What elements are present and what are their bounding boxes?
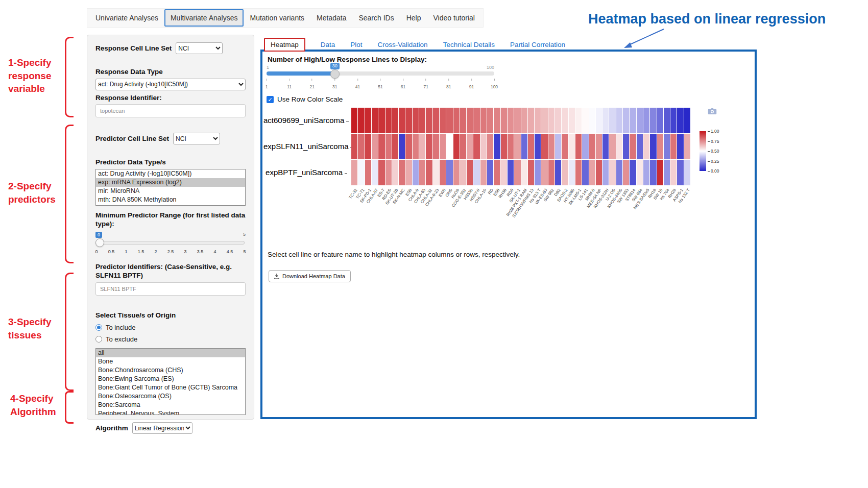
heatmap-cell[interactable] bbox=[460, 134, 466, 159]
heatmap-cell[interactable] bbox=[392, 108, 398, 133]
heatmap-cell[interactable] bbox=[630, 134, 636, 159]
heatmap-cell[interactable] bbox=[677, 160, 683, 185]
heatmap-cell[interactable] bbox=[365, 160, 371, 185]
heatmap-cell[interactable] bbox=[419, 160, 425, 185]
heatmap-row-label[interactable]: expSLFN11_uniSarcoma bbox=[263, 134, 349, 160]
heatmap-cell[interactable] bbox=[473, 134, 479, 159]
heatmap-cell[interactable] bbox=[521, 108, 527, 133]
heatmap-cell[interactable] bbox=[562, 160, 568, 185]
heatmap-cell[interactable] bbox=[609, 134, 615, 159]
heatmap-cell[interactable] bbox=[392, 134, 398, 159]
tissue-option-bone-sarcoma[interactable]: Bone:Sarcoma bbox=[96, 401, 245, 409]
heatmap-cell[interactable] bbox=[657, 134, 663, 159]
heatmap-cell[interactable] bbox=[494, 134, 500, 159]
tissue-option-bone-osteosarcoma-os[interactable]: Bone:Osteosarcoma (OS) bbox=[96, 392, 245, 401]
heatmap-cell[interactable] bbox=[514, 134, 520, 159]
heatmap-cell[interactable] bbox=[372, 160, 378, 185]
heatmap-cell[interactable] bbox=[650, 134, 656, 159]
heatmap-cell[interactable] bbox=[372, 134, 378, 159]
heatmap-cell[interactable] bbox=[623, 108, 629, 133]
heatmap-cell[interactable] bbox=[508, 108, 514, 133]
heatmap-cell[interactable] bbox=[555, 134, 561, 159]
heatmap-cell[interactable] bbox=[569, 108, 575, 133]
heatmap-cell[interactable] bbox=[413, 160, 419, 185]
predictor-identifiers-input[interactable] bbox=[95, 282, 246, 296]
heatmap-cell[interactable] bbox=[684, 134, 690, 159]
heatmap-cell[interactable] bbox=[480, 134, 487, 159]
tab-plot[interactable]: Plot bbox=[350, 41, 362, 48]
heatmap-cell[interactable] bbox=[392, 160, 398, 185]
nav-item-search-ids[interactable]: Search IDs bbox=[352, 9, 400, 27]
heatmap-cell[interactable] bbox=[378, 134, 384, 159]
heatmap-cell[interactable] bbox=[548, 160, 554, 185]
heatmap-cell[interactable] bbox=[501, 160, 507, 185]
heatmap-cell[interactable] bbox=[501, 108, 507, 133]
heatmap-cell[interactable] bbox=[440, 108, 446, 133]
heatmap-cell[interactable] bbox=[657, 108, 663, 133]
heatmap-cell[interactable] bbox=[351, 134, 357, 159]
heatmap-cell[interactable] bbox=[664, 160, 670, 185]
heatmap-cell[interactable] bbox=[602, 108, 609, 133]
heatmap-cell[interactable] bbox=[453, 108, 460, 133]
heatmap-cell[interactable] bbox=[405, 108, 412, 133]
radio-selected-icon[interactable] bbox=[95, 324, 102, 331]
camera-icon[interactable] bbox=[708, 108, 717, 117]
heatmap-cell[interactable] bbox=[602, 160, 609, 185]
heatmap-cell[interactable] bbox=[528, 160, 534, 185]
nav-item-mutation-variants[interactable]: Mutation variants bbox=[244, 9, 310, 27]
heatmap-cell[interactable] bbox=[440, 134, 446, 159]
heatmap-cell[interactable] bbox=[413, 134, 419, 159]
heatmap-cell[interactable] bbox=[351, 108, 357, 133]
heatmap-cell[interactable] bbox=[541, 108, 547, 133]
heatmap-cell[interactable] bbox=[446, 108, 452, 133]
heatmap-cell[interactable] bbox=[473, 108, 479, 133]
tab-partial-correlation[interactable]: Partial Correlation bbox=[510, 41, 565, 48]
heatmap-cell[interactable] bbox=[514, 108, 520, 133]
heatmap-cell[interactable] bbox=[535, 160, 541, 185]
heatmap-cell[interactable] bbox=[569, 160, 575, 185]
heatmap-cell[interactable] bbox=[467, 108, 473, 133]
algorithm-select[interactable]: Linear Regression bbox=[132, 422, 192, 434]
heatmap-cell[interactable] bbox=[637, 134, 643, 159]
response-data-type-select[interactable]: act: Drug Activity (-log10[IC50M]) bbox=[95, 79, 246, 90]
heatmap-cell[interactable] bbox=[582, 160, 588, 185]
heatmap-cell[interactable] bbox=[609, 108, 615, 133]
heatmap-cell[interactable] bbox=[596, 134, 602, 159]
tissue-option-all[interactable]: all bbox=[96, 349, 245, 357]
heatmap-cell[interactable] bbox=[378, 160, 384, 185]
heatmap-cell[interactable] bbox=[419, 134, 425, 159]
heatmap-cell[interactable] bbox=[480, 160, 487, 185]
heatmap-cell[interactable] bbox=[637, 160, 643, 185]
nav-item-metadata[interactable]: Metadata bbox=[310, 9, 352, 27]
heatmap-cell[interactable] bbox=[677, 134, 683, 159]
heatmap-cell[interactable] bbox=[575, 160, 582, 185]
heatmap-cell[interactable] bbox=[562, 108, 568, 133]
nav-item-help[interactable]: Help bbox=[400, 9, 427, 27]
tissue-option-peripheral-nervous-system[interactable]: Peripheral_Nervous_System bbox=[96, 409, 245, 415]
heatmap-cell[interactable] bbox=[643, 108, 649, 133]
heatmap-cell[interactable] bbox=[433, 134, 439, 159]
heatmap-cell[interactable] bbox=[582, 108, 588, 133]
heatmap-cell[interactable] bbox=[616, 134, 622, 159]
heatmap-cell[interactable] bbox=[569, 134, 575, 159]
heatmap-cell[interactable] bbox=[528, 134, 534, 159]
heatmap-cell[interactable] bbox=[460, 160, 466, 185]
heatmap-cell[interactable] bbox=[575, 134, 582, 159]
min-range-handle[interactable] bbox=[95, 238, 104, 247]
heatmap-cell[interactable] bbox=[684, 160, 690, 185]
heatmap-row-label[interactable]: expBPTF_uniSarcoma bbox=[263, 160, 349, 186]
tab-technical-details[interactable]: Technical Details bbox=[443, 41, 495, 48]
heatmap-row-label[interactable]: act609699_uniSarcoma bbox=[263, 108, 349, 134]
heatmap-cell[interactable] bbox=[623, 134, 629, 159]
lines-slider[interactable]: 1 100 30 1112131415161718191100 bbox=[267, 65, 494, 93]
heatmap-cell[interactable] bbox=[405, 134, 412, 159]
heatmap-cell[interactable] bbox=[426, 134, 432, 159]
checkbox-checked-icon[interactable]: ✓ bbox=[267, 96, 274, 103]
heatmap-cell[interactable] bbox=[440, 160, 446, 185]
heatmap-cell[interactable] bbox=[508, 160, 514, 185]
heatmap-cell[interactable] bbox=[582, 134, 588, 159]
response-identifier-input[interactable] bbox=[95, 104, 246, 117]
tissue-list[interactable]: allBoneBone:Chondrosarcoma (CHS)Bone:Ewi… bbox=[95, 348, 246, 415]
heatmap-cell[interactable] bbox=[677, 108, 683, 133]
heatmap-cell[interactable] bbox=[405, 160, 412, 185]
